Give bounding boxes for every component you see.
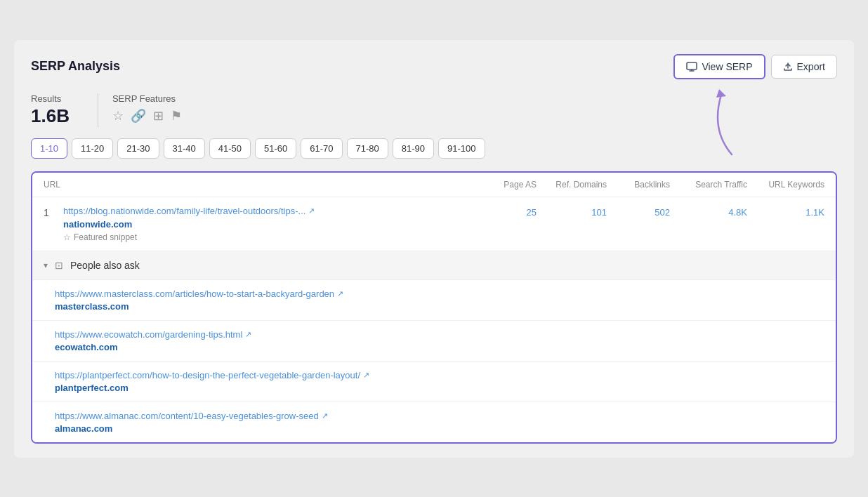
external-link-icon: ↗ [308, 206, 315, 216]
sub-url-link[interactable]: https://www.ecowatch.com/gardening-tips.… [55, 329, 824, 340]
sub-domain-link[interactable]: almanac.com [55, 423, 824, 434]
external-link-icon: ↗ [337, 289, 343, 298]
export-icon [783, 62, 793, 72]
sub-result-row: https://www.ecowatch.com/gardening-tips.… [32, 321, 836, 362]
paa-icon: ⊡ [55, 260, 63, 271]
col-backlinks: Backlinks [607, 180, 670, 190]
results-value: 1.6B [31, 105, 70, 127]
people-also-ask-row[interactable]: ▾ ⊡ People also ask [32, 251, 836, 280]
snippet-badge: ☆ Featured snippet [63, 232, 315, 242]
sub-domain-link[interactable]: masterclass.com [55, 301, 824, 312]
page-btn-11-20[interactable]: 11-20 [72, 138, 113, 159]
results-label: Results [31, 93, 70, 104]
page-btn-41-50[interactable]: 41-50 [209, 138, 251, 159]
pagination: 1-10 11-20 21-30 31-40 41-50 51-60 61-70… [31, 138, 837, 159]
page-btn-21-30[interactable]: 21-30 [117, 138, 159, 159]
export-button[interactable]: Export [771, 55, 837, 79]
serp-feature-icons: ☆ 🔗 ⊞ ⚑ [112, 108, 182, 124]
stats-row: Results 1.6B SERP Features ☆ 🔗 ⊞ ⚑ [31, 93, 837, 127]
serp-features-stat: SERP Features ☆ 🔗 ⊞ ⚑ [112, 93, 182, 124]
sub-result-row: https://www.masterclass.com/articles/how… [32, 280, 836, 321]
page-btn-1-10[interactable]: 1-10 [31, 138, 67, 159]
sub-domain-link[interactable]: plantperfect.com [55, 383, 824, 393]
page-as-value: 25 [480, 206, 537, 218]
svg-rect-0 [687, 62, 697, 69]
header-actions: View SERP Export [673, 54, 837, 79]
stats-divider [98, 93, 98, 127]
crown-icon: ☆ [63, 232, 71, 242]
col-url-keywords: URL Keywords [747, 180, 824, 190]
backlinks-value: 502 [607, 206, 670, 218]
rank-number: 1 [44, 207, 55, 218]
ref-domains-value: 101 [537, 206, 607, 218]
result-url-link[interactable]: https://blog.nationwide.com/family-life/… [63, 206, 315, 216]
page-btn-61-70[interactable]: 61-70 [301, 138, 342, 159]
rank-url-cell: 1 https://blog.nationwide.com/family-lif… [44, 206, 480, 242]
panel-title: SERP Analysis [31, 59, 120, 74]
monitor-icon [686, 61, 697, 72]
external-link-icon: ↗ [245, 330, 251, 339]
col-page-as: Page AS [480, 180, 537, 190]
page-btn-71-80[interactable]: 71-80 [347, 138, 388, 159]
link-icon: 🔗 [131, 108, 146, 124]
url-keywords-value: 1.1K [747, 206, 824, 218]
serp-features-label: SERP Features [112, 93, 182, 104]
people-also-ask-label: People also ask [70, 260, 140, 271]
table-header: URL Page AS Ref. Domains Backlinks Searc… [32, 173, 836, 197]
sub-result-row: https://plantperfect.com/how-to-design-t… [32, 362, 836, 402]
sub-domain-link[interactable]: ecowatch.com [55, 342, 824, 352]
page-btn-31-40[interactable]: 31-40 [164, 138, 205, 159]
chevron-down-icon: ▾ [44, 260, 48, 270]
page-btn-51-60[interactable]: 51-60 [255, 138, 296, 159]
sub-url-link[interactable]: https://www.almanac.com/content/10-easy-… [55, 411, 824, 421]
col-ref-domains: Ref. Domains [537, 180, 607, 190]
row-grid: 1 https://blog.nationwide.com/family-lif… [44, 206, 824, 242]
external-link-icon: ↗ [363, 371, 369, 380]
table-row: 1 https://blog.nationwide.com/family-lif… [32, 197, 836, 251]
flag-icon: ⚑ [171, 108, 182, 124]
sub-result-row: https://www.almanac.com/content/10-easy-… [32, 402, 836, 442]
page-btn-81-90[interactable]: 81-90 [393, 138, 434, 159]
star-icon: ☆ [112, 108, 124, 124]
view-serp-button[interactable]: View SERP [673, 54, 765, 79]
sub-url-link[interactable]: https://plantperfect.com/how-to-design-t… [55, 370, 824, 380]
external-link-icon: ↗ [322, 411, 328, 420]
results-table: URL Page AS Ref. Domains Backlinks Searc… [31, 171, 837, 444]
sub-url-link[interactable]: https://www.masterclass.com/articles/how… [55, 289, 824, 299]
domain-link[interactable]: nationwide.com [63, 219, 315, 230]
results-stat: Results 1.6B [31, 93, 84, 127]
serp-analysis-panel: SERP Analysis View SERP Export [14, 40, 854, 458]
search-traffic-value: 4.8K [670, 206, 747, 218]
col-url: URL [44, 180, 480, 190]
page-btn-91-100[interactable]: 91-100 [438, 138, 485, 159]
col-search-traffic: Search Traffic [670, 180, 747, 190]
image-icon: ⊞ [153, 108, 164, 124]
panel-header: SERP Analysis View SERP Export [31, 54, 837, 79]
url-block: https://blog.nationwide.com/family-life/… [63, 206, 315, 242]
